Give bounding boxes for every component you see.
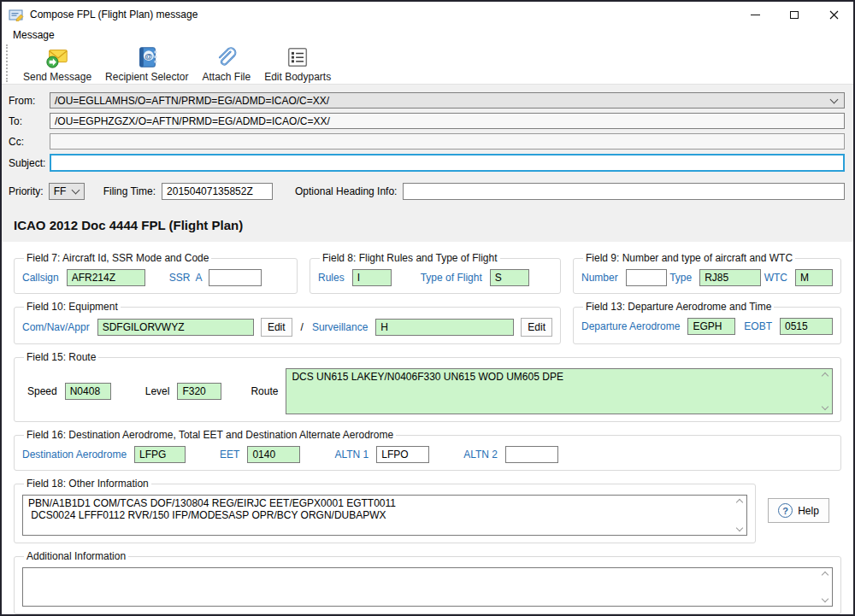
rules-input[interactable] [352,269,392,286]
cc-label: Cc: [9,136,50,148]
recipient-selector-icon: @ [134,44,160,70]
from-value: /OU=EGLLAMHS/O=AFTN/PRMD=EG/ADMD=ICAO/C=… [55,95,828,107]
from-row: From: /OU=EGLLAMHS/O=AFTN/PRMD=EG/ADMD=I… [9,92,845,109]
cc-input[interactable] [50,133,845,150]
help-label: Help [798,505,819,517]
cc-row: Cc: [9,133,845,150]
tool-label: Edit Bodyparts [264,71,331,83]
maximize-button[interactable] [775,2,814,27]
field7-group: Field 7: Aircraft Id, SSR Mode and Code … [14,252,298,294]
destination-aerodrome-label: Destination Aerodrome [22,449,127,461]
maximize-icon [790,11,799,19]
field15-legend: Field 15: Route [24,351,98,363]
ssr-code-input[interactable] [209,269,262,286]
window-controls [735,2,853,27]
wtc-input[interactable] [795,269,833,286]
help-button[interactable]: ? Help [768,498,829,523]
fpl-section-heading: ICAO 2012 Doc 4444 FPL (Flight Plan) [2,200,853,242]
to-label: To: [9,115,50,127]
fpl-panel: Field 7: Aircraft Id, SSR Mode and Code … [2,242,853,616]
aircraft-number-input[interactable] [626,269,667,286]
additional-information-legend: Additional Information [24,550,128,562]
fpl-row-2: Field 10: Equipment Com/Nav/Appr Edit / … [14,301,841,344]
surveillance-label: Surveillance [312,321,368,333]
menu-bar: Message [2,27,853,43]
eet-input[interactable] [247,446,300,463]
window-title: Compose FPL (Flight Plan) message [30,9,735,21]
minimize-button[interactable] [735,2,775,27]
field8-group: Field 8: Flight Rules and Type of Flight… [310,252,561,294]
aircraft-type-input[interactable] [699,269,761,286]
toolbar: Send Message @ Recipient Selector Attach… [2,43,853,85]
tool-label: Send Message [23,71,91,83]
altn2-input[interactable] [505,446,558,463]
priority-label: Priority: [9,185,44,197]
aircraft-type-label: Type [669,272,692,284]
title-bar: Compose FPL (Flight Plan) message [2,2,853,27]
surveillance-edit-button[interactable]: Edit [521,318,552,337]
eet-label: EET [220,449,239,461]
field8-legend: Field 8: Flight Rules and Type of Flight [320,252,500,264]
field15-group: Field 15: Route Speed Level Route DCS UN… [14,351,841,422]
optional-heading-input[interactable] [403,183,845,200]
menu-item-message[interactable]: Message [9,27,58,43]
eobt-input[interactable] [780,318,833,335]
speed-input[interactable] [65,383,111,400]
attach-file-button[interactable]: Attach File [195,43,257,84]
type-of-flight-label: Type of Flight [421,272,482,284]
wtc-label: WTC [764,272,787,284]
from-combobox[interactable]: /OU=EGLLAMHS/O=AFTN/PRMD=EG/ADMD=ICAO/C=… [50,92,845,109]
compose-message-icon [9,8,24,21]
altn1-label: ALTN 1 [334,449,369,461]
field13-legend: Field 13: Departure Aerodrome and Time [583,301,774,313]
other-information-textarea[interactable]: PBN/A1B1D1 COM/TCAS DOF/130804 REG/EIRJC… [22,495,747,536]
comnav-input[interactable] [97,319,254,336]
additional-information-textarea[interactable] [22,567,833,607]
priority-value: FF [54,185,69,197]
comnav-edit-button[interactable]: Edit [261,318,292,337]
filing-time-label: Filing Time: [103,185,156,197]
optional-heading-label: Optional Heading Info: [295,185,397,197]
send-message-button[interactable]: Send Message [16,43,98,84]
edit-bodyparts-icon [285,44,310,70]
field18-legend: Field 18: Other Information [24,478,151,490]
toolbar-grip-handle[interactable] [6,44,9,82]
field18-group: Field 18: Other Information PBN/A1B1D1 C… [14,478,756,543]
chevron-down-icon [830,95,839,103]
close-button[interactable] [814,2,853,27]
field9-legend: Field 9: Number and type of aircraft and… [583,252,795,264]
route-label: Route [251,385,278,397]
to-row: To: [9,113,845,129]
from-label: From: [9,95,50,107]
destination-aerodrome-input[interactable] [134,446,186,463]
filing-time-input[interactable] [162,183,273,200]
altn1-input[interactable] [376,446,429,463]
level-input[interactable] [177,383,221,400]
field13-group: Field 13: Departure Aerodrome and Time D… [573,301,841,344]
field10-legend: Field 10: Equipment [24,301,121,313]
subject-input[interactable] [50,154,845,172]
route-textarea[interactable]: DCS UN615 LAKEY/N0406F330 UN615 WOD UM60… [286,368,833,414]
help-area: ? Help [756,478,841,543]
departure-aerodrome-label: Departure Aerodrome [581,320,680,332]
to-input[interactable] [50,113,845,129]
number-label: Number [581,272,618,284]
priority-combobox[interactable]: FF [49,183,85,200]
altn2-label: ALTN 2 [463,449,498,461]
eobt-label: EOBT [744,320,772,332]
recipient-selector-button[interactable]: @ Recipient Selector [98,43,195,84]
subject-row: Subject: [9,154,845,172]
level-label: Level [145,385,170,397]
departure-aerodrome-input[interactable] [687,318,735,335]
surveillance-input[interactable] [375,319,514,336]
at-glyph: @ [144,52,152,61]
fpl-row-1: Field 7: Aircraft Id, SSR Mode and Code … [14,252,841,294]
close-icon [829,10,839,20]
priority-row: Priority: FF Filing Time: Optional Headi… [9,183,845,200]
field9-group: Field 9: Number and type of aircraft and… [573,252,841,294]
type-of-flight-input[interactable] [490,269,529,286]
edit-bodyparts-button[interactable]: Edit Bodyparts [257,43,338,84]
ssr-mode-label: A [195,272,202,284]
speed-label: Speed [27,385,57,397]
callsign-input[interactable] [67,269,145,286]
